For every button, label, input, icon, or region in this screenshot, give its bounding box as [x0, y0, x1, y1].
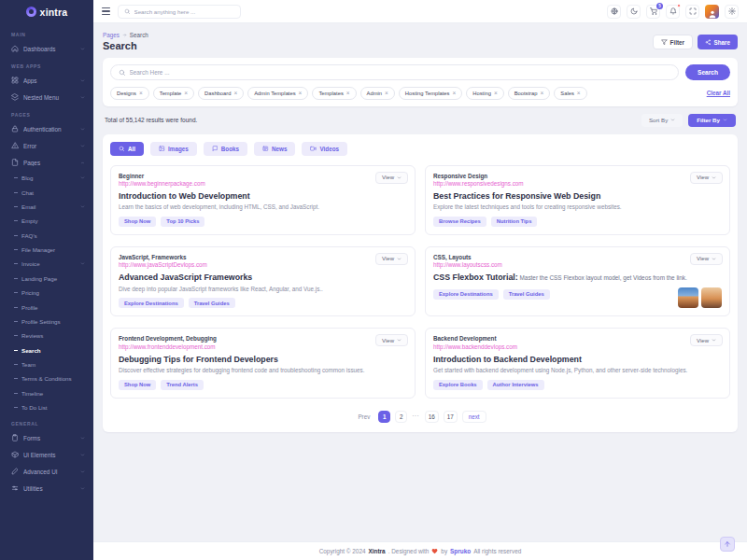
filter-tag-hosting-templates[interactable]: Hosting Templates×	[399, 87, 462, 100]
close-icon[interactable]: ×	[452, 91, 456, 97]
close-icon[interactable]: ×	[346, 91, 350, 97]
sidebar-subitem-chat[interactable]: Chat	[0, 185, 93, 199]
avatar[interactable]	[705, 5, 719, 19]
view-button[interactable]: View	[690, 253, 723, 265]
dash-icon	[14, 307, 18, 308]
filter-tag-template[interactable]: Template×	[153, 87, 194, 100]
filter-tag-sales[interactable]: Sales×	[554, 87, 586, 100]
dash-icon	[14, 378, 18, 379]
close-icon[interactable]: ×	[184, 91, 188, 97]
sidebar-subitem-empty[interactable]: Empty	[0, 214, 93, 228]
sidebar-subitem-blog[interactable]: Blog	[0, 171, 93, 185]
page-1[interactable]: 1	[378, 411, 390, 423]
view-button[interactable]: View	[375, 253, 408, 265]
result-url[interactable]: http://www.beginnerpackage.com	[119, 180, 407, 187]
view-button[interactable]: View	[690, 334, 723, 346]
search-button[interactable]: Search	[685, 64, 730, 80]
tab-videos[interactable]: Videos	[302, 142, 347, 156]
result-category: Frontend Development, Debugging	[119, 335, 407, 342]
result-badges: Shop NowTop 10 Picks	[119, 217, 407, 227]
sidebar-subitem-terms-conditions[interactable]: Terms & Conditions	[0, 371, 93, 385]
tab-news[interactable]: News	[254, 142, 295, 156]
sidebar-subitem-faq-s[interactable]: FAQ's	[0, 229, 93, 243]
close-icon[interactable]: ×	[494, 91, 498, 97]
sidebar-item-ui-elements[interactable]: Ui Elements	[0, 446, 93, 463]
filter-tag-templates[interactable]: Templates×	[312, 87, 356, 100]
result-url[interactable]: http://www.backenddevlops.com	[433, 343, 722, 350]
sidebar-subitem-profile[interactable]: Profile	[0, 300, 93, 314]
sidebar-subitem-invoice[interactable]: Invoice	[0, 257, 93, 271]
filter-tag-dashboard[interactable]: Dashboard×	[198, 87, 244, 100]
gear-icon[interactable]	[725, 5, 739, 19]
cart-icon[interactable]: 5	[646, 5, 660, 19]
tab-books[interactable]: Books	[204, 142, 247, 156]
fullscreen-icon[interactable]	[685, 5, 699, 19]
sidebar-item-nested-menu[interactable]: Nested Menu	[0, 89, 93, 105]
sidebar-item-utilities[interactable]: Utilities	[0, 480, 93, 497]
sidebar-subitem-file-manager[interactable]: File Manager	[0, 243, 93, 257]
sidebar-item-error[interactable]: Error	[0, 137, 93, 154]
filter-tag-hosting[interactable]: Hosting×	[466, 87, 503, 100]
sidebar-item-forms[interactable]: Forms	[0, 429, 93, 446]
scroll-to-top-button[interactable]	[720, 537, 735, 552]
close-icon[interactable]: ×	[299, 91, 303, 97]
footer-credit-link[interactable]: Spruko	[450, 548, 471, 554]
sidebar-subitem-pricing[interactable]: Pricing	[0, 286, 93, 300]
desert-camp-photo[interactable]	[701, 287, 722, 308]
global-search-input[interactable]	[134, 8, 235, 15]
sidebar-item-authentication[interactable]: Authentication	[0, 120, 93, 137]
sidebar-subitem-email[interactable]: Email	[0, 200, 93, 214]
desert-road-photo[interactable]	[678, 287, 698, 308]
result-url[interactable]: http://www.javaScriptDevlops.com	[119, 261, 407, 268]
filter-tag-admin-templates[interactable]: Admin Templates×	[247, 87, 308, 100]
view-button[interactable]: View	[375, 334, 408, 346]
bell-icon[interactable]	[666, 5, 680, 19]
share-button[interactable]: Share	[698, 35, 738, 49]
sidebar-subitem-landing-page[interactable]: Landing Page	[0, 272, 93, 286]
filter-tag-bootstrap[interactable]: Bootstrap×	[508, 87, 551, 100]
search-input[interactable]	[130, 69, 671, 76]
close-icon[interactable]: ×	[139, 91, 143, 97]
pagination-prev[interactable]: Prev	[354, 411, 374, 423]
chevron-down-icon	[712, 257, 716, 261]
filter-tag-label: Hosting Templates	[405, 91, 450, 96]
pagination-next[interactable]: next	[462, 411, 486, 423]
view-button[interactable]: View	[375, 172, 408, 184]
filter-button[interactable]: Filter	[653, 35, 693, 49]
tab-images[interactable]: Images	[150, 142, 197, 156]
sidebar-subitem-profile-settings[interactable]: Profile Settings	[0, 315, 93, 329]
close-icon[interactable]: ×	[577, 91, 581, 97]
sidebar-subitem-team[interactable]: Team	[0, 357, 93, 371]
main-column: 5 Pages Search Search Filter	[93, 0, 747, 560]
sidebar-subitem-reviews[interactable]: Reviews	[0, 329, 93, 343]
result-url[interactable]: http://www.responsivedesigns.com	[433, 180, 722, 187]
sidebar-item-pages[interactable]: Pages	[0, 154, 93, 171]
view-button[interactable]: View	[690, 172, 723, 184]
close-icon[interactable]: ×	[233, 91, 237, 97]
close-icon[interactable]: ×	[541, 91, 544, 97]
brand-link[interactable]: xintra	[0, 0, 93, 23]
result-url[interactable]: http://www.frontenddevelopment.com	[119, 343, 407, 350]
search-icon	[119, 146, 125, 152]
translate-icon[interactable]	[607, 5, 621, 19]
filter-tag-designs[interactable]: Designs×	[110, 87, 149, 100]
sidebar-subitem-search[interactable]: Search	[0, 343, 93, 357]
moon-icon[interactable]	[627, 5, 641, 19]
sidebar-item-advanced-ui[interactable]: Advanced UI	[0, 463, 93, 480]
close-icon[interactable]: ×	[385, 91, 388, 97]
page-2[interactable]: 2	[395, 411, 407, 423]
clear-all-link[interactable]: Clear All	[707, 90, 730, 96]
sidebar-item-dashboards[interactable]: Dashboards	[0, 40, 93, 57]
hamburger-menu-icon[interactable]	[102, 7, 110, 15]
breadcrumb-pages[interactable]: Pages	[103, 32, 120, 38]
filter-tag-admin[interactable]: Admin×	[360, 87, 395, 100]
tab-all[interactable]: All	[110, 142, 144, 156]
sidebar-subitem-timeline[interactable]: Timeline	[0, 386, 93, 400]
sort-by-button[interactable]: Sort By	[641, 114, 683, 127]
page-16[interactable]: 16	[425, 411, 439, 423]
page-17[interactable]: 17	[444, 411, 458, 423]
sidebar-item-apps[interactable]: Apps	[0, 72, 93, 89]
sidebar-subitem-to-do-list[interactable]: To Do List	[0, 400, 93, 414]
filter-by-button[interactable]: Filter By	[688, 114, 736, 127]
result-url[interactable]: http://www.layoutscss.com	[433, 261, 722, 268]
